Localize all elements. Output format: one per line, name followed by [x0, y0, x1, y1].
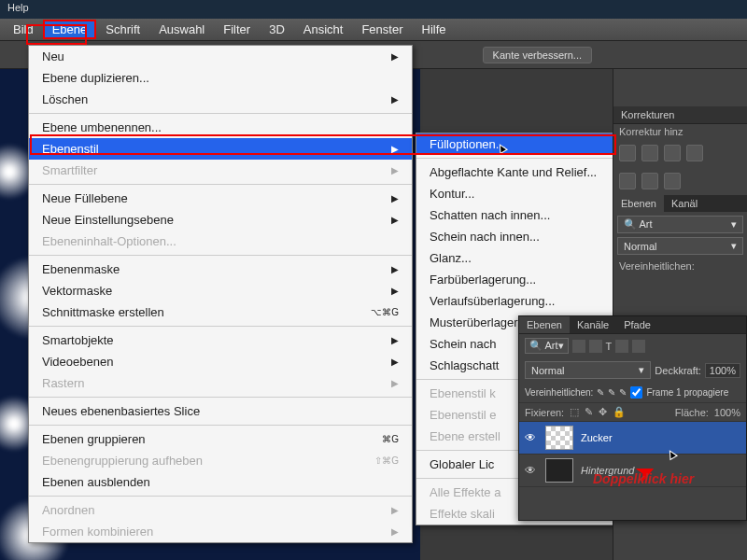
menu-item[interactable]: Ebenenmaske▶ — [29, 259, 412, 280]
lock-label: Fixieren: — [525, 407, 564, 418]
menu-item[interactable]: Neues ebenenbasiertes Slice — [29, 400, 412, 422]
tab-ebenen[interactable]: Ebenen — [519, 316, 570, 333]
menu-item[interactable]: Ebenen gruppieren⌘G — [29, 428, 412, 450]
menu-item: Smartfilter▶ — [29, 160, 412, 181]
menu-item: Ebeneninhalt-Optionen... — [29, 231, 412, 252]
layer-thumbnail[interactable] — [545, 426, 573, 450]
menu-item[interactable]: Smartobjekte▶ — [29, 329, 412, 351]
adjustment-icon[interactable] — [619, 173, 636, 189]
menu-item[interactable]: Ebene umbenennen... — [29, 117, 412, 138]
menu-ansicht[interactable]: Ansicht — [294, 20, 353, 39]
submenu-item[interactable]: Schein nach innen... — [416, 226, 616, 247]
menu-auswahl[interactable]: Auswahl — [149, 20, 214, 39]
blend-mode[interactable]: Normal▾ — [617, 237, 743, 255]
propagate-checkbox[interactable] — [630, 386, 642, 399]
annotation-text: Doppelklick hier — [593, 471, 694, 486]
submenu-item[interactable]: Abgeflachte Kante und Relief... — [416, 161, 616, 183]
unify-label: Vereinheitlichen: — [619, 260, 695, 272]
filter-pixel-icon[interactable] — [572, 340, 585, 353]
adjustment-icon[interactable] — [664, 145, 681, 161]
menu-item[interactable]: Neu▶ — [29, 46, 412, 67]
layer-menu: Neu▶Ebene duplizieren...Löschen▶Ebene um… — [28, 45, 413, 543]
menu-item[interactable]: Ebene duplizieren... — [29, 67, 412, 89]
correction-hint: Korrektur hinz — [619, 126, 683, 137]
corrections-panel-header[interactable]: Korrekturen — [613, 106, 747, 124]
menu-fenster[interactable]: Fenster — [352, 20, 412, 39]
layer-thumbnail[interactable] — [545, 458, 573, 483]
menu-item[interactable]: Neue Füllebene▶ — [29, 188, 412, 209]
menu-item[interactable]: Neue Einstellungsebene▶ — [29, 209, 412, 231]
fill-value[interactable]: 100% — [714, 407, 740, 418]
menu-item: Rastern▶ — [29, 372, 412, 394]
cursor-icon — [495, 140, 508, 157]
fill-label: Fläche: — [675, 407, 709, 418]
filter-shape-icon[interactable] — [615, 340, 628, 353]
submenu-item[interactable]: Farbüberlagerung... — [416, 269, 616, 290]
unify-icon[interactable]: ✎ — [608, 387, 615, 398]
menu-item: Anordnen▶ — [29, 499, 412, 521]
menu-item[interactable]: Löschen▶ — [29, 89, 412, 110]
filter-smart-icon[interactable] — [632, 340, 645, 353]
title-bar: Help — [0, 0, 747, 19]
tab-kanaele[interactable]: Kanäl — [664, 195, 705, 212]
submenu-item[interactable]: Schatten nach innen... — [416, 204, 616, 226]
menu-bar: Bild Ebene Schrift Auswahl Filter 3D Ans… — [0, 19, 747, 41]
propagate-label: Frame 1 propagiere — [646, 387, 728, 398]
menu-item[interactable]: Schnittmaske erstellen⌥⌘G — [29, 301, 412, 323]
tab-kanaele[interactable]: Kanäle — [570, 316, 616, 333]
menu-item[interactable]: Ebenen ausblenden — [29, 471, 412, 493]
menu-item[interactable]: Ebenenstil▶ — [29, 138, 412, 160]
tab-pfade[interactable]: Pfade — [616, 316, 658, 333]
submenu-item[interactable]: Verlaufsüberlagerung... — [416, 290, 616, 312]
menu-schrift[interactable]: Schrift — [96, 20, 149, 39]
adjustment-icon[interactable] — [641, 173, 658, 189]
layer-name[interactable]: Zucker — [581, 432, 613, 443]
submenu-item[interactable]: Kontur... — [416, 183, 616, 204]
opacity-label: Deckkraft: — [655, 365, 701, 376]
adjustment-icon[interactable] — [619, 145, 636, 161]
adjustment-icon[interactable] — [641, 145, 658, 161]
menu-hilfe[interactable]: Hilfe — [413, 20, 456, 39]
filter-type-icon[interactable]: T — [606, 341, 613, 352]
menu-item: Ebenengruppierung aufheben⇧⌘G — [29, 450, 412, 471]
menu-item: Formen kombinieren▶ — [29, 521, 412, 542]
menu-item[interactable]: Videoebenen▶ — [29, 351, 412, 372]
menu-bild[interactable]: Bild — [4, 20, 43, 39]
refine-edge-button[interactable]: Kante verbessern... — [483, 47, 592, 63]
menu-ebene[interactable]: Ebene — [43, 20, 97, 39]
lock-all-icon[interactable]: 🔒 — [613, 406, 626, 418]
unify-icon[interactable]: ✎ — [597, 387, 604, 398]
lock-brush-icon[interactable]: ✎ — [585, 406, 593, 418]
blend-mode-select[interactable]: Normal ▾ — [525, 361, 651, 379]
kind-filter[interactable]: 🔍 Art▾ — [617, 216, 743, 233]
adjustment-icon[interactable] — [686, 145, 703, 161]
cursor-icon — [665, 446, 678, 463]
opacity-value[interactable]: 100% — [705, 363, 740, 378]
layer-row-zucker[interactable]: 👁 Zucker — [519, 422, 746, 455]
filter-adjust-icon[interactable] — [589, 340, 602, 353]
tab-ebenen[interactable]: Ebenen — [613, 195, 664, 212]
submenu-item[interactable]: Glanz... — [416, 247, 616, 269]
visibility-eye-icon[interactable]: 👁 — [525, 464, 538, 477]
lock-move-icon[interactable]: ✥ — [599, 406, 607, 418]
menu-filter[interactable]: Filter — [214, 20, 260, 39]
adjustment-icon[interactable] — [664, 173, 681, 189]
lock-pixels-icon[interactable]: ⬚ — [570, 406, 579, 418]
layers-panel: Ebenen Kanäle Pfade 🔍 Art ▾ T Normal ▾ D… — [518, 315, 747, 521]
unify-label: Vereinheitlichen: — [525, 387, 593, 398]
visibility-eye-icon[interactable]: 👁 — [525, 431, 538, 444]
submenu-item[interactable]: Fülloptionen... — [416, 133, 616, 155]
unify-icon[interactable]: ✎ — [619, 387, 627, 398]
menu-item[interactable]: Vektormaske▶ — [29, 280, 412, 301]
menu-3d[interactable]: 3D — [260, 20, 294, 39]
